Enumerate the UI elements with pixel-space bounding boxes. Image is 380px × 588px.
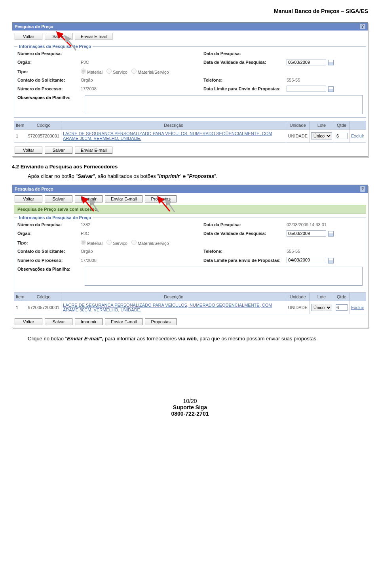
label-observacoes: Observações da Planilha:: [17, 95, 81, 100]
lote-select[interactable]: Único: [311, 304, 332, 311]
propostas-button[interactable]: Propostas: [145, 195, 177, 202]
th-descricao: Descrição: [61, 292, 286, 301]
salvar-button[interactable]: Salvar: [45, 33, 72, 40]
voltar-button[interactable]: Voltar: [15, 318, 42, 325]
th-actions: [349, 121, 366, 130]
value-telefone: 555-55: [287, 249, 358, 254]
th-item: Item: [14, 121, 26, 130]
label-orgao: Órgão:: [17, 60, 81, 65]
excluir-link[interactable]: Excluir: [351, 134, 364, 138]
panel-title-bar: Pesquisa de Preço ?: [12, 23, 368, 31]
tipo-radio-group: Material Serviço Material/Serviço: [81, 69, 358, 74]
label-orgao: Órgão:: [17, 231, 81, 236]
paragraph-2: Clique no botão "Enviar E-mail", para in…: [12, 335, 368, 342]
label-numero-processo: Número do Processo:: [17, 258, 81, 263]
screenshot-panel-1: Pesquisa de Preço ? Voltar Salvar Enviar…: [12, 22, 368, 157]
th-qtde: Qtde: [334, 292, 349, 301]
data-limite-wrap: [287, 86, 358, 92]
table-header-row: Item Código Descrição Unidade Lote Qtde: [14, 292, 366, 301]
label-numero-pesquisa: Número da Pesquisa:: [17, 51, 81, 56]
cell-item: 1: [14, 130, 26, 143]
cell-descricao-link[interactable]: LACRE DE SEGURANÇA PERSONALIZADO PARA VE…: [63, 131, 272, 141]
help-icon[interactable]: ?: [360, 24, 365, 29]
data-validade-wrap: [287, 230, 358, 237]
data-validade-input[interactable]: [287, 59, 326, 65]
table-row: 1 9720057200001 LACRE DE SEGURANÇA PERSO…: [14, 301, 366, 314]
label-numero-processo: Número do Processo:: [17, 86, 81, 91]
label-data-limite: Data Limite para Envio de Propostas:: [203, 86, 287, 91]
imprimir-button[interactable]: Imprimir: [75, 318, 103, 325]
voltar-button[interactable]: Voltar: [15, 195, 42, 202]
radio-material[interactable]: Material: [81, 240, 103, 246]
label-data-pesquisa: Data da Pesquisa:: [203, 51, 287, 56]
radio-servico[interactable]: Serviço: [106, 69, 127, 74]
enviar-email-button[interactable]: Enviar E-mail: [105, 318, 142, 325]
th-item: Item: [14, 292, 26, 301]
voltar-button[interactable]: Voltar: [15, 33, 42, 40]
bottom-toolbar: Voltar Salvar Enviar E-mail: [12, 144, 368, 156]
calendar-icon[interactable]: [328, 60, 334, 65]
th-lote: Lote: [309, 121, 334, 130]
document-header: Manual Banco de Preços – SIGA/ES: [12, 8, 368, 14]
cell-unidade: UNIDADE: [286, 301, 310, 314]
cell-unidade: UNIDADE: [286, 130, 310, 143]
th-unidade: Unidade: [286, 121, 310, 130]
tipo-radio-group: Material Serviço Material/Serviço: [81, 240, 358, 246]
bottom-toolbar: Voltar Salvar Imprimir Enviar E-mail Pro…: [12, 316, 368, 328]
label-data-limite: Data Limite para Envio de Propostas:: [203, 258, 287, 263]
salvar-button[interactable]: Salvar: [45, 195, 72, 202]
qtde-input[interactable]: [336, 304, 348, 311]
label-data-pesquisa: Data da Pesquisa:: [203, 222, 287, 227]
calendar-icon[interactable]: [328, 86, 334, 92]
label-telefone: Telefone:: [203, 249, 287, 254]
radio-material-servico[interactable]: Material/Serviço: [131, 69, 169, 74]
salvar-button[interactable]: Salvar: [45, 147, 72, 154]
data-limite-wrap: [287, 257, 358, 263]
th-unidade: Unidade: [286, 292, 310, 301]
label-tipo: Tipo:: [17, 241, 81, 245]
info-fieldset: Informações da Pesquisa de Preço Número …: [14, 215, 366, 289]
fieldset-legend: Informações da Pesquisa de Preço: [17, 215, 93, 220]
label-observacoes: Observações da Planilha:: [17, 267, 81, 271]
help-icon[interactable]: ?: [360, 186, 365, 192]
footer-page: 10/20: [12, 398, 368, 404]
data-validade-wrap: [287, 59, 358, 65]
radio-material-servico[interactable]: Material/Serviço: [131, 240, 169, 246]
label-contato: Contato do Solicitante:: [17, 78, 81, 82]
items-table: Item Código Descrição Unidade Lote Qtde …: [14, 121, 366, 143]
calendar-icon[interactable]: [328, 231, 334, 237]
top-toolbar: Voltar Salvar Enviar E-mail: [12, 31, 368, 42]
cell-descricao-link[interactable]: LACRE DE SEGURANÇA PERSONALIZADO PARA VE…: [63, 303, 272, 312]
fieldset-legend: Informações da Pesquisa de Preço: [17, 44, 93, 49]
lote-select[interactable]: Único: [311, 132, 332, 139]
cell-codigo: 9720057200001: [26, 130, 61, 143]
radio-material[interactable]: Material: [81, 69, 103, 74]
data-limite-input[interactable]: [287, 86, 326, 92]
label-telefone: Telefone:: [203, 78, 287, 82]
items-table: Item Código Descrição Unidade Lote Qtde …: [14, 292, 366, 314]
value-contato: Orgão: [81, 78, 203, 82]
salvar-button[interactable]: Salvar: [45, 318, 72, 325]
enviar-email-button[interactable]: Enviar E-mail: [75, 33, 112, 40]
data-limite-input[interactable]: [287, 257, 326, 263]
observacoes-textarea[interactable]: [85, 267, 363, 286]
table-header-row: Item Código Descrição Unidade Lote Qtde: [14, 121, 366, 130]
excluir-link[interactable]: Excluir: [351, 305, 364, 310]
calendar-icon[interactable]: [328, 258, 334, 263]
table-row: 1 9720057200001 LACRE DE SEGURANÇA PERSO…: [14, 130, 366, 143]
observacoes-textarea[interactable]: [85, 95, 363, 114]
voltar-button[interactable]: Voltar: [15, 147, 42, 154]
radio-servico[interactable]: Serviço: [106, 240, 127, 246]
enviar-email-button[interactable]: Enviar E-mail: [105, 195, 142, 202]
enviar-email-button[interactable]: Enviar E-mail: [75, 147, 112, 154]
value-numero-processo: 17/2008: [81, 258, 203, 263]
th-codigo: Código: [26, 292, 61, 301]
label-data-validade: Data de Validade da Pesquisa:: [203, 231, 287, 236]
value-orgao: PJC: [81, 231, 203, 236]
imprimir-button[interactable]: Imprimir: [75, 195, 103, 202]
qtde-input[interactable]: [336, 133, 348, 139]
data-validade-input[interactable]: [287, 230, 326, 237]
footer-line3: 0800-722-2701: [12, 410, 368, 417]
propostas-button[interactable]: Propostas: [145, 318, 177, 325]
value-orgao: PJC: [81, 60, 203, 65]
